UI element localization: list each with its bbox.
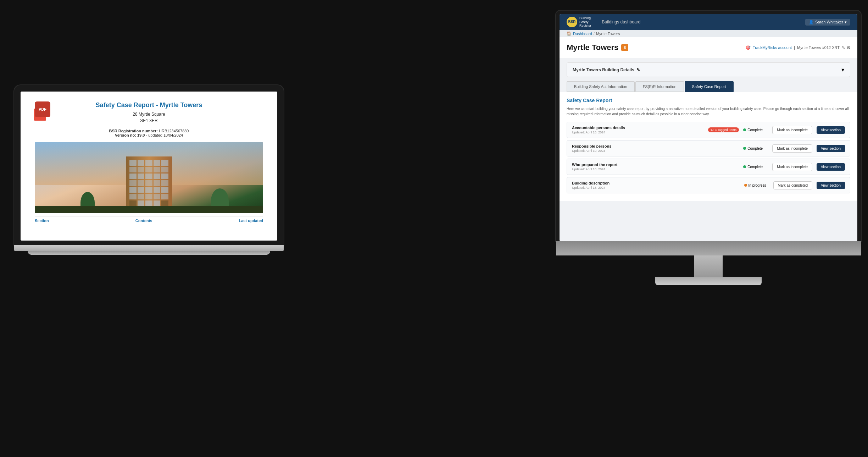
laptop-meta: BSR Registration number: HRB1234567889 V… <box>35 129 263 137</box>
edit-icon[interactable]: ✎ <box>842 45 845 50</box>
section-name-responsible: Responsible persons <box>572 144 739 148</box>
bsr-logo: BSR Building Safety Register <box>567 16 591 28</box>
section-name-prepared: Who prepared the report <box>572 163 739 167</box>
tagged-count: 3 Tagged Items <box>715 128 736 132</box>
status-inprogress-building-desc: In progress <box>744 183 769 187</box>
view-section-building-desc[interactable]: View section <box>817 182 845 189</box>
tab-fser[interactable]: FS(E)R Information <box>635 81 684 92</box>
laptop-base <box>14 245 284 251</box>
laptop-footer: Section Contents Last updated <box>35 216 263 223</box>
laptop-screen: PDF Safety Case Report - Myrtle Towers 2… <box>21 92 277 241</box>
mark-incomplete-accountable[interactable]: Mark as incomplete <box>772 126 812 134</box>
view-section-responsible[interactable]: View section <box>817 145 845 152</box>
page-main: Myrtle Towers 8 🎯 TrackMyRisks account |… <box>560 37 857 58</box>
footer-contents: Contents <box>135 219 152 223</box>
section-info-building-desc: Building description Updated: April 18, … <box>572 181 740 189</box>
pdf-box-icon: PDF <box>35 101 50 117</box>
bsr-number: HRB1234567889 <box>159 129 189 133</box>
monitor-device: BSR Building Safety Register Buildings d… <box>556 11 861 285</box>
version-label: Version no: <box>115 133 136 137</box>
section-updated-accountable: Updated: April 18, 2024 <box>572 131 704 134</box>
breadcrumb: 🏠 Dashboard / Myrtle Towers <box>560 30 857 37</box>
tab-safety-case-report[interactable]: Safety Case Report <box>685 81 734 92</box>
laptop-foot <box>28 251 270 255</box>
app-header: BSR Building Safety Register Buildings d… <box>560 14 857 30</box>
safety-case-report-desc: Here we can start building your safety c… <box>567 106 850 117</box>
footer-section: Section <box>35 219 49 223</box>
tabs-bar: Building Safety Act Information FS(E)R I… <box>567 81 850 92</box>
laptop-bezel: PDF Safety Case Report - Myrtle Towers 2… <box>14 85 284 245</box>
footer-last-updated: Last updated <box>239 219 263 223</box>
table-row: Building description Updated: April 18, … <box>567 177 850 193</box>
section-info-responsible: Responsible persons Updated: April 10, 2… <box>572 144 739 153</box>
section-name-accountable: Accountable persons details <box>572 126 704 130</box>
user-icon: 👤 <box>809 20 814 24</box>
tmr-pipe: | <box>794 45 795 50</box>
section-info-prepared: Who prepared the report Updated: April 1… <box>572 163 739 171</box>
table-row: Responsible persons Updated: April 10, 2… <box>567 140 850 156</box>
laptop-address-line2: SE1 3ER <box>35 117 263 124</box>
status-text-responsible: Complete <box>747 147 763 150</box>
monitor-stand-neck <box>694 255 723 277</box>
tmr-link[interactable]: Myrtle Towers #012 XRT <box>797 45 840 50</box>
home-icon: 🏠 <box>567 31 572 36</box>
monitor-bezel: BSR Building Safety Register Buildings d… <box>556 11 861 241</box>
tab-building-safety-act[interactable]: Building Safety Act Information <box>567 81 635 92</box>
bsr-label: BSR Registration number: <box>109 129 158 133</box>
logo-text: Building Safety Register <box>579 16 591 28</box>
page-title-row: Myrtle Towers 8 🎯 TrackMyRisks account |… <box>567 43 850 52</box>
table-row: Who prepared the report Updated: April 1… <box>567 159 850 175</box>
breadcrumb-current: Myrtle Towers <box>596 32 620 36</box>
building-details-text: Myrtle Towers Building Details <box>573 67 634 72</box>
building-details-chevron[interactable]: ▾ <box>841 66 844 73</box>
content-area: Safety Case Report Here we can start bui… <box>560 92 857 201</box>
mark-incomplete-prepared[interactable]: Mark as incomplete <box>772 163 812 171</box>
building-details-edit[interactable]: ✎ <box>636 67 640 72</box>
header-right: 👤 Sarah Whittaker ▾ <box>805 19 850 26</box>
breadcrumb-dashboard[interactable]: Dashboard <box>573 32 592 36</box>
user-name: Sarah Whittaker <box>815 20 843 24</box>
trackmyrisks-section: 🎯 TrackMyRisks account | Myrtle Towers #… <box>746 45 850 50</box>
page-title-text: Myrtle Towers <box>567 43 618 52</box>
header-left: BSR Building Safety Register Buildings d… <box>567 16 640 28</box>
status-dot-green-3 <box>743 165 746 168</box>
page-title: Myrtle Towers 8 <box>567 43 628 52</box>
monitor-screen: BSR Building Safety Register Buildings d… <box>560 14 857 241</box>
view-section-accountable[interactable]: View section <box>817 126 845 134</box>
nav-label: Buildings dashboard <box>602 20 641 24</box>
breadcrumb-separator: / <box>594 32 595 36</box>
status-text-prepared: Complete <box>747 165 763 169</box>
user-chevron: ▾ <box>845 20 847 24</box>
status-dot-green-2 <box>743 147 746 150</box>
status-text-building-desc: In progress <box>749 183 766 187</box>
section-name-building-desc: Building description <box>572 181 740 185</box>
external-icon[interactable]: ⊠ <box>847 45 850 50</box>
status-complete-responsible: Complete <box>743 147 768 150</box>
status-complete-accountable: Complete <box>743 128 768 132</box>
tmr-icon: 🎯 <box>746 45 751 50</box>
view-section-prepared[interactable]: View section <box>817 163 845 171</box>
monitor-stand-base <box>655 277 762 285</box>
laptop-address: 28 Myrtle Square SE1 3ER <box>35 111 263 124</box>
section-updated-responsible: Updated: April 10, 2024 <box>572 149 739 153</box>
section-updated-prepared: Updated: April 18, 2024 <box>572 167 739 171</box>
section-info-accountable: Accountable persons details Updated: Apr… <box>572 126 704 134</box>
version-suffix: - updated 18/04/2024 <box>146 133 183 137</box>
tag-icon: 🏷 <box>711 128 714 132</box>
mark-incomplete-responsible[interactable]: Mark as incomplete <box>772 144 812 153</box>
tmr-prefix[interactable]: TrackMyRisks account <box>753 45 792 50</box>
status-dot-orange <box>744 184 747 187</box>
mark-completed-building-desc[interactable]: Mark as completed <box>773 181 812 189</box>
laptop-title: Safety Case Report - Myrtle Towers <box>35 101 263 109</box>
section-updated-building-desc: Updated: April 18, 2024 <box>572 186 740 189</box>
version-number: 19.0 <box>137 133 145 137</box>
user-badge[interactable]: 👤 Sarah Whittaker ▾ <box>805 19 850 26</box>
laptop-device: PDF Safety Case Report - Myrtle Towers 2… <box>14 85 284 255</box>
status-text-accountable: Complete <box>747 128 763 132</box>
laptop-address-line1: 28 Myrtle Square <box>35 111 263 117</box>
table-row: Accountable persons details Updated: Apr… <box>567 122 850 138</box>
pdf-label: PDF <box>39 107 46 111</box>
safety-case-report-title: Safety Case Report <box>567 98 850 103</box>
building-details-bar: Myrtle Towers Building Details ✎ ▾ <box>567 62 850 77</box>
tagged-badge-accountable: 🏷 3 Tagged Items <box>708 127 739 132</box>
